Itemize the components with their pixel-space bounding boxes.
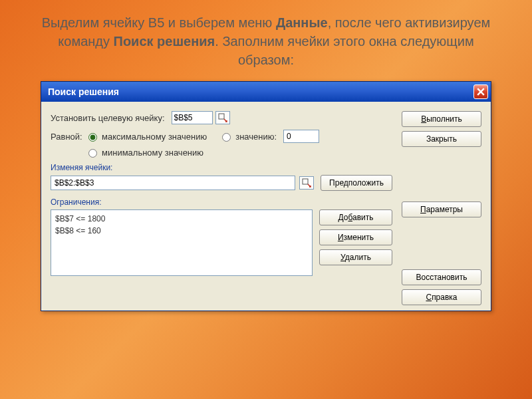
restore-button[interactable]: Восстановить xyxy=(402,269,481,285)
list-item[interactable]: $B$7 <= 1800 xyxy=(55,213,308,225)
list-item[interactable]: $B$8 <= 160 xyxy=(55,225,308,237)
dialog-title: Поиск решения xyxy=(48,86,119,97)
slide-instruction: Выделим ячейку В5 и выберем меню Данные,… xyxy=(0,13,532,69)
value-input[interactable] xyxy=(283,130,319,143)
parameters-button[interactable]: Параметры xyxy=(402,201,481,217)
solver-dialog: Поиск решения Установить целевую ячейку:… xyxy=(41,81,491,311)
equal-to-label: Равной: xyxy=(51,132,85,142)
changing-cells-label: Изменяя ячейки: xyxy=(51,163,392,172)
target-cell-input[interactable] xyxy=(172,111,213,124)
radio-value-label: значению: xyxy=(235,132,277,142)
constraints-listbox[interactable]: $B$7 <= 1800 $B$8 <= 160 xyxy=(51,209,313,276)
svg-rect-1 xyxy=(303,179,308,184)
help-button[interactable]: Справка xyxy=(402,289,481,305)
close-button[interactable]: Закрыть xyxy=(402,131,481,147)
radio-min-label: минимальному значению xyxy=(102,148,203,158)
radio-value[interactable] xyxy=(222,133,231,142)
radio-max[interactable] xyxy=(88,133,97,142)
close-icon[interactable] xyxy=(473,84,488,99)
svg-rect-0 xyxy=(219,114,224,119)
refedit-icon[interactable] xyxy=(299,176,314,190)
guess-button[interactable]: Предположить xyxy=(321,175,392,191)
constraints-label: Ограничения: xyxy=(51,198,392,207)
titlebar: Поиск решения xyxy=(41,82,491,102)
radio-max-label: максимальному значению xyxy=(102,132,207,142)
change-button[interactable]: Изменить xyxy=(319,229,392,245)
target-cell-label: Установить целевую ячейку: xyxy=(51,113,165,123)
radio-min[interactable] xyxy=(88,149,97,158)
delete-button[interactable]: Удалить xyxy=(319,249,392,265)
refedit-icon[interactable] xyxy=(215,111,230,124)
add-button[interactable]: Добавить xyxy=(319,209,392,225)
changing-cells-input[interactable] xyxy=(51,176,295,190)
execute-button[interactable]: Выполнить xyxy=(402,111,481,127)
